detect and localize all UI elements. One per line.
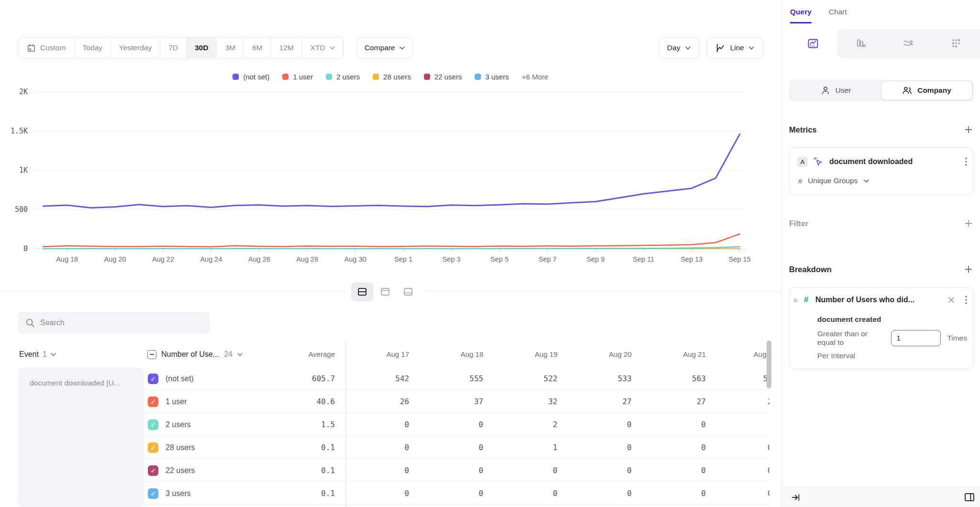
chart-type-button[interactable]: Line <box>707 37 763 58</box>
average-value: 1.5 <box>268 413 335 436</box>
kebab-menu-icon[interactable] <box>965 157 967 166</box>
x-axis-label: Aug 18 <box>56 255 78 263</box>
add-breakdown-button[interactable] <box>965 265 972 273</box>
scope-toggle: User Company <box>789 79 974 101</box>
tile-scatter-chart[interactable] <box>932 29 980 58</box>
plus-icon <box>965 220 972 227</box>
range-7d[interactable]: 7D <box>160 38 187 58</box>
series-checkbox[interactable]: ✓ <box>148 465 158 476</box>
y-axis-label: 1K <box>19 166 28 175</box>
event-name: document downloaded [U... <box>30 379 139 387</box>
condition-label: Greater than or equal to <box>817 330 885 347</box>
tile-line-chart[interactable] <box>789 29 837 58</box>
event-cell[interactable]: document downloaded [U... <box>18 367 144 507</box>
cell-value: 0 <box>560 459 632 482</box>
x-axis-label: Aug 26 <box>248 255 270 263</box>
toggle-sidebar-button[interactable] <box>964 492 975 503</box>
cell-value: 1 <box>486 436 557 459</box>
search-input[interactable] <box>40 319 202 327</box>
series-checkbox[interactable]: ✓ <box>148 397 158 407</box>
average-value: 0.1 <box>268 482 335 505</box>
x-axis-label: Sep 15 <box>729 255 751 263</box>
condition-value-input[interactable] <box>891 330 941 346</box>
series-line--not-set- <box>43 134 740 208</box>
metric-card-header: A document downloaded <box>797 156 967 167</box>
chart-only-view-button[interactable] <box>374 282 396 301</box>
tab-chart[interactable]: Chart <box>829 8 847 23</box>
range-xtd[interactable]: XTD <box>302 38 343 58</box>
series-checkbox[interactable]: ✓ <box>148 442 158 453</box>
cell-value: 533 <box>560 367 632 390</box>
query-panel: Query Chart User Company Metrics <box>781 0 980 507</box>
chevron-down-icon <box>400 46 405 50</box>
tile-flow-chart[interactable] <box>885 29 933 58</box>
range-30d[interactable]: 30D <box>187 38 217 58</box>
x-axis-label: Aug 28 <box>296 255 318 263</box>
cell-value: 27 <box>634 390 706 413</box>
cell-value: 27 <box>560 390 632 413</box>
cell-value: 542 <box>345 367 409 390</box>
average-value: 0.1 <box>268 436 335 459</box>
range-label: Today <box>82 44 102 52</box>
x-axis-label: Sep 5 <box>490 255 509 263</box>
granularity-button[interactable]: Day <box>658 37 699 58</box>
line-chart-tile-icon <box>807 38 819 49</box>
date-values: 001000 <box>345 436 769 459</box>
close-icon[interactable] <box>948 297 955 303</box>
cell-value: 555 <box>412 367 483 390</box>
chevron-down-icon <box>864 179 869 183</box>
table-row: ✓22 users0.1000000 <box>144 459 769 482</box>
breakdown-card-header: ≡ # Number of Users who did... <box>793 295 967 305</box>
group-column-header[interactable]: Number of Use... 24 <box>147 346 243 363</box>
range-label: Yesterday <box>119 44 152 52</box>
collapse-panel-button[interactable] <box>791 493 801 502</box>
add-filter-button[interactable] <box>965 220 972 227</box>
company-icon <box>902 86 912 95</box>
number-property-icon: # <box>804 295 815 305</box>
metric-badge: A <box>797 156 808 167</box>
cell-value: 0 <box>701 459 769 482</box>
range-yesterday[interactable]: Yesterday <box>111 38 160 58</box>
cell-value: 2 <box>486 413 557 436</box>
cell-value: 0 <box>634 459 706 482</box>
event-cursor-icon <box>813 157 824 167</box>
indeterminate-checkbox[interactable] <box>147 350 156 359</box>
range-custom[interactable]: Custom <box>19 38 74 58</box>
vertical-scrollbar[interactable] <box>767 341 771 388</box>
measure-selector[interactable]: # Unique Groups <box>798 176 869 185</box>
average-value: 40.6 <box>268 390 335 413</box>
cell-value: 0 <box>486 459 557 482</box>
drag-handle-icon[interactable]: ≡ <box>793 296 804 304</box>
add-metric-button[interactable] <box>965 126 972 133</box>
series-checkbox[interactable]: ✓ <box>148 419 158 430</box>
event-column-header[interactable]: Event 1 <box>19 346 56 363</box>
range-6m[interactable]: 6M <box>244 38 271 58</box>
search-icon <box>25 318 35 328</box>
flow-chart-tile-icon <box>902 38 914 49</box>
tile-bar-chart[interactable] <box>837 29 885 58</box>
table-body: document downloaded [U... ✓(not set)605.… <box>0 367 781 507</box>
split-view-button[interactable] <box>351 282 373 301</box>
series-checkbox[interactable]: ✓ <box>148 374 158 384</box>
scope-user[interactable]: User <box>791 81 881 100</box>
table-only-view-button[interactable] <box>397 282 419 301</box>
range-today[interactable]: Today <box>74 38 111 58</box>
range-label: 6M <box>252 44 263 52</box>
kebab-menu-icon[interactable] <box>965 296 967 304</box>
granularity-label: Day <box>667 44 680 52</box>
cell-value: 0 <box>560 482 632 505</box>
breakdown-section-header: Breakdown <box>789 262 972 276</box>
date-values: 000000 <box>345 482 769 505</box>
breakdown-event-name: document created <box>817 315 881 324</box>
condition-unit-label: Times <box>947 334 967 342</box>
x-axis-label: Aug 30 <box>345 255 367 263</box>
metric-event-name[interactable]: document downloaded <box>829 157 959 166</box>
breakdown-property-name[interactable]: Number of Users who did... <box>815 296 948 304</box>
range-12m[interactable]: 12M <box>271 38 302 58</box>
compare-button[interactable]: Compare <box>356 37 414 58</box>
range-3m[interactable]: 3M <box>217 38 244 58</box>
scope-company[interactable]: Company <box>881 81 972 100</box>
series-checkbox[interactable]: ✓ <box>148 488 158 499</box>
tab-query[interactable]: Query <box>790 8 812 23</box>
cell-value: 0 <box>634 482 706 505</box>
